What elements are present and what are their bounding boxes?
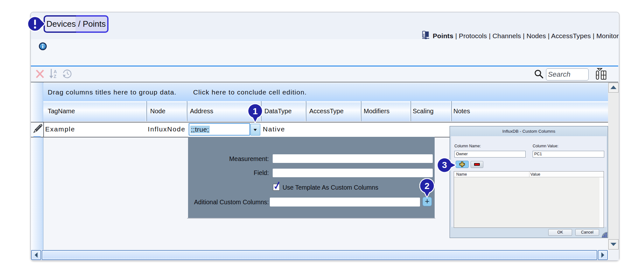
svg-text:Z: Z bbox=[54, 74, 57, 79]
svg-text:1: 1 bbox=[253, 106, 258, 116]
svg-text:A: A bbox=[54, 69, 57, 74]
svg-text:3: 3 bbox=[442, 160, 447, 170]
svg-text:2: 2 bbox=[424, 181, 430, 191]
